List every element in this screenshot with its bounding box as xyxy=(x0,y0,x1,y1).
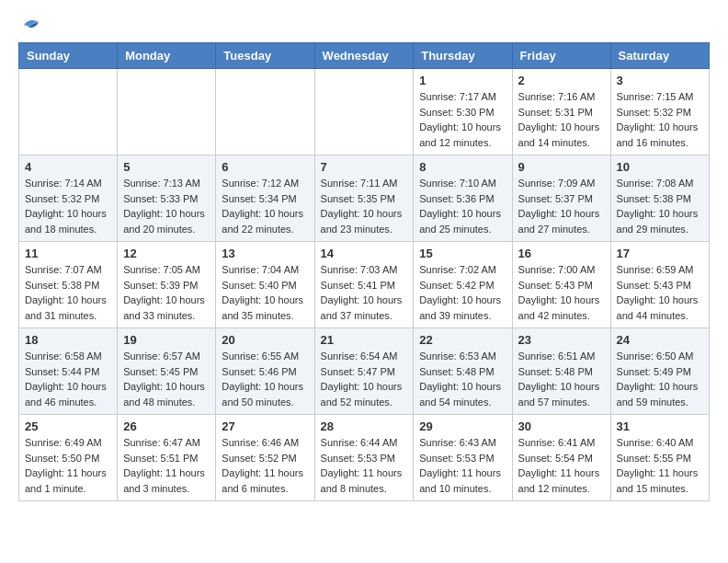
calendar-cell xyxy=(19,69,118,155)
day-number: 8 xyxy=(419,160,506,174)
calendar-cell: 3Sunrise: 7:15 AM Sunset: 5:32 PM Daylig… xyxy=(610,69,709,155)
day-number: 9 xyxy=(518,160,605,174)
day-number: 16 xyxy=(518,247,605,260)
weekday-header-wednesday: Wednesday xyxy=(314,43,414,69)
calendar-cell: 6Sunrise: 7:12 AM Sunset: 5:34 PM Daylig… xyxy=(216,155,314,242)
day-info: Sunrise: 7:04 AM Sunset: 5:40 PM Dayligh… xyxy=(222,262,308,323)
day-info: Sunrise: 7:07 AM Sunset: 5:38 PM Dayligh… xyxy=(25,262,111,323)
logo-bird-icon xyxy=(20,18,40,35)
day-number: 26 xyxy=(123,419,210,433)
weekday-header-saturday: Saturday xyxy=(610,43,709,69)
calendar-cell: 19Sunrise: 6:57 AM Sunset: 5:45 PM Dayli… xyxy=(118,328,216,415)
calendar-cell: 17Sunrise: 6:59 AM Sunset: 5:43 PM Dayli… xyxy=(610,242,709,328)
day-info: Sunrise: 6:46 AM Sunset: 5:52 PM Dayligh… xyxy=(222,435,308,496)
day-number: 23 xyxy=(518,333,605,347)
day-info: Sunrise: 6:44 AM Sunset: 5:53 PM Dayligh… xyxy=(321,435,408,496)
calendar-cell: 31Sunrise: 6:40 AM Sunset: 5:55 PM Dayli… xyxy=(610,415,709,501)
day-info: Sunrise: 6:43 AM Sunset: 5:53 PM Dayligh… xyxy=(419,435,506,496)
calendar-cell: 16Sunrise: 7:00 AM Sunset: 5:43 PM Dayli… xyxy=(512,242,610,328)
day-number: 10 xyxy=(617,160,703,174)
day-number: 25 xyxy=(25,419,111,433)
day-number: 7 xyxy=(321,160,408,174)
calendar-cell: 5Sunrise: 7:13 AM Sunset: 5:33 PM Daylig… xyxy=(118,155,216,242)
calendar-cell: 23Sunrise: 6:51 AM Sunset: 5:48 PM Dayli… xyxy=(512,328,610,415)
calendar-cell: 18Sunrise: 6:58 AM Sunset: 5:44 PM Dayli… xyxy=(19,328,118,415)
day-number: 5 xyxy=(123,160,210,174)
day-info: Sunrise: 7:00 AM Sunset: 5:43 PM Dayligh… xyxy=(518,262,605,323)
day-number: 14 xyxy=(321,247,408,260)
day-number: 12 xyxy=(123,247,210,260)
calendar-table: SundayMondayTuesdayWednesdayThursdayFrid… xyxy=(18,42,710,501)
day-info: Sunrise: 7:16 AM Sunset: 5:31 PM Dayligh… xyxy=(518,89,605,150)
day-info: Sunrise: 6:50 AM Sunset: 5:49 PM Dayligh… xyxy=(617,349,703,409)
calendar-cell: 22Sunrise: 6:53 AM Sunset: 5:48 PM Dayli… xyxy=(414,328,512,415)
day-number: 4 xyxy=(25,160,111,174)
weekday-header-thursday: Thursday xyxy=(414,43,512,69)
day-number: 28 xyxy=(321,419,408,433)
calendar-week-1: 1Sunrise: 7:17 AM Sunset: 5:30 PM Daylig… xyxy=(19,69,710,155)
day-info: Sunrise: 7:05 AM Sunset: 5:39 PM Dayligh… xyxy=(123,262,210,323)
day-info: Sunrise: 7:02 AM Sunset: 5:42 PM Dayligh… xyxy=(419,262,506,323)
day-number: 2 xyxy=(518,74,605,87)
day-info: Sunrise: 7:15 AM Sunset: 5:32 PM Dayligh… xyxy=(617,89,703,150)
calendar-cell: 14Sunrise: 7:03 AM Sunset: 5:41 PM Dayli… xyxy=(314,242,414,328)
day-info: Sunrise: 7:13 AM Sunset: 5:33 PM Dayligh… xyxy=(123,176,210,236)
calendar-cell: 24Sunrise: 6:50 AM Sunset: 5:49 PM Dayli… xyxy=(610,328,709,415)
weekday-header-monday: Monday xyxy=(118,43,216,69)
day-number: 27 xyxy=(222,419,308,433)
day-number: 1 xyxy=(419,74,506,87)
day-info: Sunrise: 7:09 AM Sunset: 5:37 PM Dayligh… xyxy=(518,176,605,236)
calendar-cell xyxy=(216,69,314,155)
calendar-header-row: SundayMondayTuesdayWednesdayThursdayFrid… xyxy=(19,43,710,69)
calendar-cell: 26Sunrise: 6:47 AM Sunset: 5:51 PM Dayli… xyxy=(118,415,216,501)
calendar-cell: 27Sunrise: 6:46 AM Sunset: 5:52 PM Dayli… xyxy=(216,415,314,501)
day-number: 13 xyxy=(222,247,308,260)
day-info: Sunrise: 6:57 AM Sunset: 5:45 PM Dayligh… xyxy=(123,349,210,409)
calendar-week-2: 4Sunrise: 7:14 AM Sunset: 5:32 PM Daylig… xyxy=(19,155,710,242)
day-number: 15 xyxy=(419,247,506,260)
calendar-cell: 2Sunrise: 7:16 AM Sunset: 5:31 PM Daylig… xyxy=(512,69,610,155)
calendar-cell: 1Sunrise: 7:17 AM Sunset: 5:30 PM Daylig… xyxy=(414,69,512,155)
day-info: Sunrise: 6:49 AM Sunset: 5:50 PM Dayligh… xyxy=(25,435,111,496)
day-info: Sunrise: 6:47 AM Sunset: 5:51 PM Dayligh… xyxy=(123,435,210,496)
day-info: Sunrise: 7:03 AM Sunset: 5:41 PM Dayligh… xyxy=(321,262,408,323)
day-number: 29 xyxy=(419,419,506,433)
day-info: Sunrise: 7:12 AM Sunset: 5:34 PM Dayligh… xyxy=(222,176,308,236)
day-number: 19 xyxy=(123,333,210,347)
day-number: 21 xyxy=(321,333,408,347)
calendar-cell: 8Sunrise: 7:10 AM Sunset: 5:36 PM Daylig… xyxy=(414,155,512,242)
calendar-cell xyxy=(118,69,216,155)
day-info: Sunrise: 7:10 AM Sunset: 5:36 PM Dayligh… xyxy=(419,176,506,236)
weekday-header-friday: Friday xyxy=(512,43,610,69)
calendar-cell: 21Sunrise: 6:54 AM Sunset: 5:47 PM Dayli… xyxy=(314,328,414,415)
calendar-cell: 25Sunrise: 6:49 AM Sunset: 5:50 PM Dayli… xyxy=(19,415,118,501)
calendar-cell: 15Sunrise: 7:02 AM Sunset: 5:42 PM Dayli… xyxy=(414,242,512,328)
calendar-cell: 10Sunrise: 7:08 AM Sunset: 5:38 PM Dayli… xyxy=(610,155,709,242)
day-number: 17 xyxy=(617,247,703,260)
day-number: 22 xyxy=(419,333,506,347)
day-info: Sunrise: 7:11 AM Sunset: 5:35 PM Dayligh… xyxy=(321,176,408,236)
day-info: Sunrise: 6:58 AM Sunset: 5:44 PM Dayligh… xyxy=(25,349,111,409)
day-number: 3 xyxy=(617,74,703,87)
day-info: Sunrise: 6:40 AM Sunset: 5:55 PM Dayligh… xyxy=(617,435,703,496)
page-header xyxy=(18,18,710,33)
calendar-cell: 12Sunrise: 7:05 AM Sunset: 5:39 PM Dayli… xyxy=(118,242,216,328)
day-number: 30 xyxy=(518,419,605,433)
calendar-week-5: 25Sunrise: 6:49 AM Sunset: 5:50 PM Dayli… xyxy=(19,415,710,501)
day-number: 18 xyxy=(25,333,111,347)
logo xyxy=(18,18,40,33)
calendar-cell: 7Sunrise: 7:11 AM Sunset: 5:35 PM Daylig… xyxy=(314,155,414,242)
calendar-cell: 28Sunrise: 6:44 AM Sunset: 5:53 PM Dayli… xyxy=(314,415,414,501)
calendar-cell: 9Sunrise: 7:09 AM Sunset: 5:37 PM Daylig… xyxy=(512,155,610,242)
calendar-week-3: 11Sunrise: 7:07 AM Sunset: 5:38 PM Dayli… xyxy=(19,242,710,328)
weekday-header-sunday: Sunday xyxy=(19,43,118,69)
calendar-cell: 30Sunrise: 6:41 AM Sunset: 5:54 PM Dayli… xyxy=(512,415,610,501)
calendar-cell: 13Sunrise: 7:04 AM Sunset: 5:40 PM Dayli… xyxy=(216,242,314,328)
day-info: Sunrise: 6:54 AM Sunset: 5:47 PM Dayligh… xyxy=(321,349,408,409)
day-info: Sunrise: 6:53 AM Sunset: 5:48 PM Dayligh… xyxy=(419,349,506,409)
calendar-cell: 4Sunrise: 7:14 AM Sunset: 5:32 PM Daylig… xyxy=(19,155,118,242)
day-number: 6 xyxy=(222,160,308,174)
day-info: Sunrise: 6:59 AM Sunset: 5:43 PM Dayligh… xyxy=(617,262,703,323)
day-number: 24 xyxy=(617,333,703,347)
weekday-header-tuesday: Tuesday xyxy=(216,43,314,69)
